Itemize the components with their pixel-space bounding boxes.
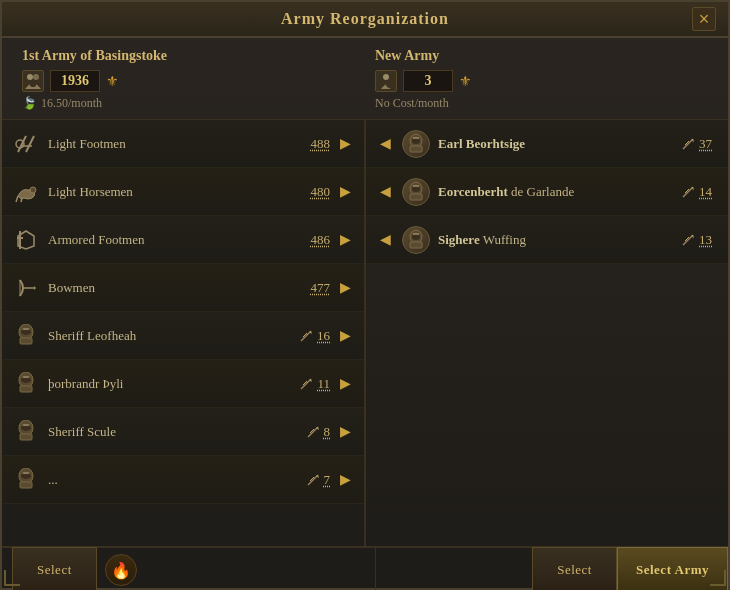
unit-name-porbrandr-pyli: þorbrandr Þyli (48, 376, 299, 392)
svg-line-41 (308, 475, 318, 485)
lists-section: Light Footmen 488 ▶ Light Horsemen 480 ▶ (2, 120, 728, 546)
svg-line-20 (301, 331, 311, 341)
commander-name-sighere-wuffing: Sighere Wuffing (438, 232, 681, 248)
commander-portrait-sighere-wuffing (402, 226, 430, 254)
select-right-button[interactable]: Select (532, 547, 617, 590)
svg-rect-52 (410, 194, 422, 200)
svg-line-48 (683, 139, 693, 149)
svg-rect-17 (20, 338, 32, 344)
svg-rect-24 (20, 386, 32, 392)
bottom-bar: Select 🔥 Select Select Army (2, 546, 728, 590)
left-army-cost: 🍃 16.50/month (22, 96, 355, 111)
unit-icon-armored-footmen (12, 226, 40, 254)
left-unit-item-light-horsemen[interactable]: Light Horsemen 480 ▶ (2, 168, 364, 216)
main-content: 1st Army of Basingstoke 1936 ⚜ 🍃 16.50/ (2, 38, 728, 590)
commander-portrait-eorcenberht-de-garlande (402, 178, 430, 206)
bottom-left: Select 🔥 (2, 547, 376, 590)
svg-marker-15 (34, 286, 36, 290)
svg-line-55 (683, 187, 693, 197)
commander-portrait-earl-beorhtsige (402, 130, 430, 158)
move-right-btn-unknown-unit[interactable]: ▶ (336, 471, 354, 489)
svg-line-62 (683, 235, 693, 245)
unit-count-bowmen: 477 (311, 280, 331, 296)
close-button[interactable]: × (692, 7, 716, 31)
svg-line-8 (16, 196, 18, 202)
move-left-btn-eorcenberht-de-garlande[interactable]: ◀ (376, 183, 394, 201)
right-unit-list[interactable]: ◀ Earl Beorhtsige 37 ◀ (366, 120, 728, 546)
svg-point-2 (383, 74, 389, 80)
unit-icon-bowmen (12, 274, 40, 302)
svg-rect-31 (20, 434, 32, 440)
unit-name-unknown-unit: ... (48, 472, 306, 488)
svg-point-1 (33, 74, 39, 80)
left-army-soldiers-icon (22, 70, 44, 92)
left-unit-item-unknown-unit[interactable]: ... 7 ▶ (2, 456, 364, 504)
unit-name-sheriff-scule: Sheriff Scule (48, 424, 306, 440)
right-army-count: 3 (403, 70, 453, 92)
commander-name-eorcenberht-de-garlande: Eorcenberht de Garlande (438, 184, 681, 200)
army-reorganization-modal: Army Reorganization × 1st Army of Basing… (0, 0, 730, 590)
left-unit-item-sheriff-scule[interactable]: Sheriff Scule 8 ▶ (2, 408, 364, 456)
unit-name-sheriff-leofheah: Sheriff Leofheah (48, 328, 299, 344)
left-army-gold-icon: ⚜ (106, 73, 119, 90)
unit-icon-unknown-unit (12, 466, 40, 494)
fire-icon-button[interactable]: 🔥 (105, 554, 137, 586)
unit-name-bowmen: Bowmen (48, 280, 311, 296)
svg-rect-45 (410, 146, 422, 152)
unit-icon-sheriff-scule (12, 418, 40, 446)
left-unit-list[interactable]: Light Footmen 488 ▶ Light Horsemen 480 ▶ (2, 120, 366, 546)
svg-rect-59 (410, 242, 422, 248)
svg-rect-61 (413, 233, 419, 235)
svg-rect-54 (413, 185, 419, 187)
svg-rect-26 (23, 376, 29, 378)
svg-point-7 (30, 187, 36, 193)
svg-rect-47 (413, 137, 419, 139)
right-unit-item-sighere-wuffing[interactable]: ◀ Sighere Wuffing 13 (366, 216, 728, 264)
unit-icon-sheriff-leofheah (12, 322, 40, 350)
right-unit-item-earl-beorhtsige[interactable]: ◀ Earl Beorhtsige 37 (366, 120, 728, 168)
right-army-gold-icon: ⚜ (459, 73, 472, 90)
svg-line-34 (308, 427, 318, 437)
right-army-stats: 3 ⚜ (375, 70, 708, 92)
right-army-name: New Army (375, 48, 708, 64)
unit-count-armored-footmen: 486 (311, 232, 331, 248)
svg-rect-40 (23, 472, 29, 474)
unit-count-porbrandr-pyli: 11 (299, 376, 330, 392)
svg-line-9 (21, 198, 22, 202)
move-right-btn-light-footmen[interactable]: ▶ (336, 135, 354, 153)
unit-name-armored-footmen: Armored Footmen (48, 232, 311, 248)
move-left-btn-earl-beorhtsige[interactable]: ◀ (376, 135, 394, 153)
unit-count-light-footmen: 488 (311, 136, 331, 152)
svg-rect-33 (23, 424, 29, 426)
commander-count-earl-beorhtsige: 37 (681, 136, 712, 152)
move-right-btn-sheriff-leofheah[interactable]: ▶ (336, 327, 354, 345)
unit-icon-porbrandr-pyli (12, 370, 40, 398)
svg-line-5 (26, 136, 34, 152)
move-left-btn-sighere-wuffing[interactable]: ◀ (376, 231, 394, 249)
left-unit-item-bowmen[interactable]: Bowmen 477 ▶ (2, 264, 364, 312)
left-army-name: 1st Army of Basingstoke (22, 48, 355, 64)
left-unit-item-porbrandr-pyli[interactable]: þorbrandr Þyli 11 ▶ (2, 360, 364, 408)
left-unit-item-sheriff-leofheah[interactable]: Sheriff Leofheah 16 ▶ (2, 312, 364, 360)
left-unit-item-armored-footmen[interactable]: Armored Footmen 486 ▶ (2, 216, 364, 264)
select-left-button[interactable]: Select (12, 547, 97, 590)
move-right-btn-porbrandr-pyli[interactable]: ▶ (336, 375, 354, 393)
move-right-btn-sheriff-scule[interactable]: ▶ (336, 423, 354, 441)
right-army-info: New Army 3 ⚜ No Cost/month (375, 48, 708, 111)
unit-count-light-horsemen: 480 (311, 184, 331, 200)
armies-header: 1st Army of Basingstoke 1936 ⚜ 🍃 16.50/ (2, 38, 728, 120)
cost-leaf-icon: 🍃 (22, 96, 37, 111)
commander-count-sighere-wuffing: 13 (681, 232, 712, 248)
unit-count-sheriff-scule: 8 (306, 424, 331, 440)
svg-line-27 (301, 379, 311, 389)
move-right-btn-armored-footmen[interactable]: ▶ (336, 231, 354, 249)
unit-icon-light-footmen (12, 130, 40, 158)
unit-icon-light-horsemen (12, 178, 40, 206)
right-unit-item-eorcenberht-de-garlande[interactable]: ◀ Eorcenberht de Garlande 14 (366, 168, 728, 216)
modal-header: Army Reorganization × (2, 2, 728, 38)
move-right-btn-light-horsemen[interactable]: ▶ (336, 183, 354, 201)
bottom-right: Select Select Army (376, 547, 729, 590)
left-army-count: 1936 (50, 70, 100, 92)
left-unit-item-light-footmen[interactable]: Light Footmen 488 ▶ (2, 120, 364, 168)
move-right-btn-bowmen[interactable]: ▶ (336, 279, 354, 297)
